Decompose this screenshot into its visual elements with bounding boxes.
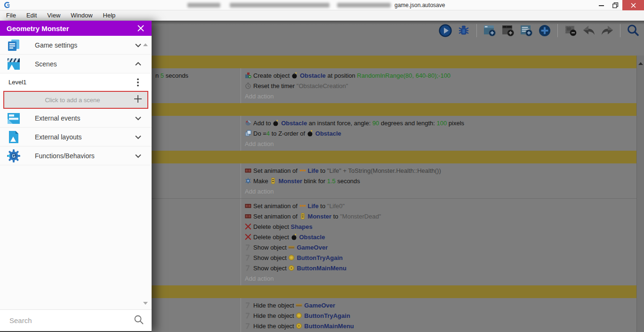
sidebar-item-scenes[interactable]: Scenes — [0, 55, 152, 73]
sidebar-item-functions-behaviors[interactable]: GFunctions/Behaviors — [0, 146, 152, 165]
conditions-cell[interactable] — [152, 163, 241, 198]
menubar: FileEditViewWindowHelp — [0, 10, 644, 21]
action-button-icon — [296, 312, 304, 319]
action-line[interactable]: Reset the timer "ObstacleCreation" — [245, 81, 636, 91]
action-line[interactable]: Set animation of Life to "Life" + ToStri… — [245, 166, 636, 176]
menu-edit[interactable]: Edit — [21, 10, 42, 20]
sentence-text: to — [319, 202, 327, 210]
sentence-text: n — [155, 72, 161, 79]
action-line[interactable]: Set animation of Life to "Life0" — [245, 201, 636, 211]
action-line[interactable]: Delete object Obstacle — [245, 232, 636, 243]
action-line[interactable]: Add to Obstacle an instant force, angle:… — [245, 118, 636, 129]
action-line[interactable]: Hide the object ButtonTryAgain — [245, 311, 636, 321]
sentence-text: pixels — [447, 120, 464, 127]
object-name: ButtonTryAgain — [297, 254, 343, 261]
add-event-icon[interactable] — [483, 24, 497, 38]
minimize-button[interactable] — [594, 0, 608, 10]
event-group-bar[interactable] — [152, 151, 636, 163]
event-row: Add to Obstacle an instant force, angle:… — [152, 116, 636, 151]
action-delete-icon — [245, 234, 253, 241]
search-input[interactable] — [9, 316, 134, 324]
action-line[interactable]: Show object GameOver — [245, 243, 636, 253]
event-row: Set animation of Life to "Life" + ToStri… — [152, 163, 636, 198]
titlebar: game.json.autosave — [0, 0, 644, 10]
sidebar-item-game-settings[interactable]: Game settings — [0, 36, 152, 55]
scroll-up-icon[interactable] — [638, 58, 643, 67]
play-icon[interactable] — [438, 24, 452, 38]
undo-icon[interactable] — [582, 24, 596, 38]
menu-file[interactable]: File — [1, 10, 21, 20]
object-name: Monster — [278, 178, 302, 185]
add-scene-label: Click to add a scene — [12, 97, 133, 104]
delete-event-icon[interactable] — [564, 24, 578, 38]
action-line[interactable]: Show object ButtonTryAgain — [245, 253, 636, 263]
events-scrollbar[interactable] — [636, 56, 644, 332]
chevron-up-icon — [131, 62, 145, 66]
toolbar-separator — [557, 24, 558, 37]
sentence-text: Show object — [253, 244, 288, 251]
sentence-text: "MonsterDead" — [340, 213, 381, 220]
sentence-text: at position — [326, 72, 357, 79]
object-name: Obstacle — [300, 72, 326, 79]
action-line[interactable]: Show object ButtonMainMenu — [245, 263, 636, 274]
action-line[interactable]: Hide the object ButtonMainMenu — [245, 321, 636, 332]
scene-menu-button[interactable] — [133, 78, 143, 87]
sidebar-scroll-up-icon[interactable] — [143, 40, 148, 48]
sentence-text: Add action — [245, 140, 274, 147]
sidebar-item-external-layouts[interactable]: External layouts — [0, 128, 152, 146]
sidebar-scroll-down-icon[interactable] — [143, 298, 148, 307]
menu-view[interactable]: View — [42, 10, 65, 20]
sentence-text: 5 — [161, 72, 164, 79]
conditions-cell[interactable] — [152, 298, 241, 332]
add-subevent-icon[interactable] — [501, 24, 515, 38]
object-name: Shapes — [291, 223, 313, 230]
debug-icon[interactable] — [457, 24, 471, 38]
sentence-text: Add action — [245, 188, 274, 195]
conditions-cell[interactable]: n 5 seconds — [152, 68, 241, 103]
project-manager-drawer: Geometry Monster Game settingsScenesLeve… — [0, 21, 152, 332]
gdevelop-logo-icon — [4, 1, 11, 10]
action-gameover-icon — [288, 244, 297, 251]
action-line[interactable]: Do =4 to Z-order of Obstacle — [245, 129, 636, 139]
add-action-button[interactable]: Add action — [245, 139, 636, 149]
action-obstacle-icon — [273, 120, 281, 127]
actions-cell: Hide the object GameOverHide the object … — [241, 298, 636, 332]
event-group-bar[interactable] — [152, 56, 636, 68]
action-line[interactable]: Set animation of Monster to "MonsterDead… — [245, 211, 636, 222]
action-line[interactable]: Make Monster blink for 1.5 seconds — [245, 176, 636, 186]
menu-help[interactable]: Help — [98, 10, 121, 20]
project-manager-header: Geometry Monster — [0, 21, 152, 36]
object-name: GameOver — [297, 244, 328, 251]
chevron-down-icon — [131, 154, 145, 158]
sidebar-item-external-events[interactable]: External events — [0, 109, 152, 128]
action-line[interactable]: Create object Obstacle at position Rando… — [245, 71, 636, 81]
scene-item-level1[interactable]: Level1 — [0, 73, 152, 91]
toolbar-search-icon[interactable] — [626, 24, 640, 38]
redo-icon[interactable] — [600, 24, 614, 38]
action-button-dark-icon — [288, 265, 297, 272]
action-create-icon — [245, 72, 253, 79]
add-action-button[interactable]: Add action — [245, 274, 636, 284]
sentence-text: 90 — [372, 120, 379, 127]
action-line[interactable]: Hide the object GameOver — [245, 300, 636, 311]
close-window-button[interactable] — [622, 0, 644, 10]
close-icon[interactable] — [136, 23, 146, 33]
sentence-text: 4 — [266, 130, 270, 137]
conditions-cell[interactable] — [152, 116, 241, 151]
event-group-bar[interactable] — [152, 103, 636, 116]
menu-window[interactable]: Window — [65, 10, 97, 20]
project-title: Geometry Monster — [7, 24, 136, 32]
conditions-cell[interactable] — [152, 199, 241, 285]
object-name: Life — [308, 167, 319, 174]
add-action-button[interactable]: Add action — [245, 186, 636, 197]
add-scene-button[interactable]: Click to add a scene — [3, 91, 148, 109]
add-circle-icon[interactable] — [538, 24, 552, 38]
condition-line[interactable]: n 5 seconds — [155, 71, 241, 81]
add-action-button[interactable]: Add action — [245, 91, 636, 102]
restore-button[interactable] — [608, 0, 622, 10]
action-animation-icon — [245, 213, 253, 220]
event-group-bar[interactable] — [152, 285, 636, 298]
action-line[interactable]: Delete object Shapes — [245, 222, 636, 232]
add-comment-icon[interactable] — [519, 24, 533, 38]
object-name: Obstacle — [315, 130, 341, 137]
